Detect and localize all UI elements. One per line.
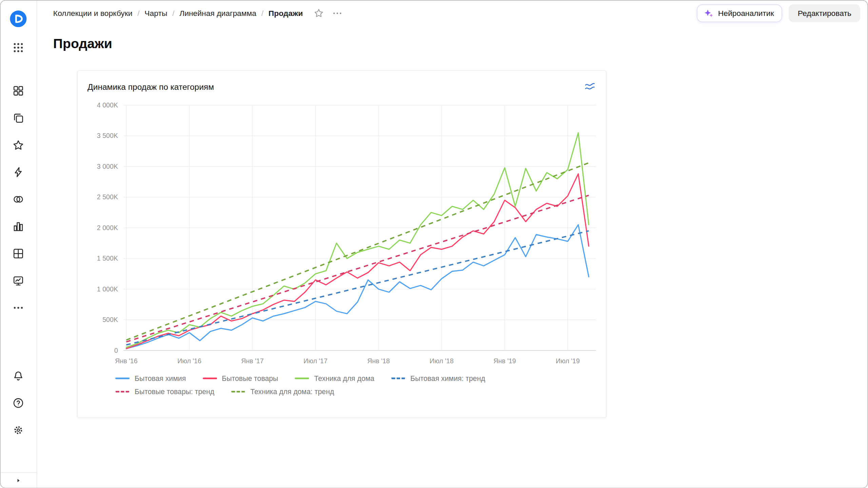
datalens-logo[interactable]	[6, 7, 31, 31]
neuro-analyst-label: Нейроаналитик	[718, 8, 774, 17]
x-axis-label: Янв '17	[241, 357, 263, 365]
breadcrumb-collections[interactable]: Коллекции и воркбуки	[53, 8, 133, 17]
entry-menu-button[interactable]	[332, 7, 343, 19]
legend-item[interactable]: Бытовые товары: тренд	[115, 388, 214, 396]
legend-item[interactable]: Бытовая химия: тренд	[391, 374, 485, 383]
sidebar	[0, 0, 37, 488]
charts-bars-icon	[12, 220, 24, 232]
services-grid-button[interactable]	[6, 36, 31, 60]
settings-gear-icon	[12, 424, 24, 436]
area-chart-icon	[584, 80, 596, 93]
more-dots-icon	[12, 302, 24, 314]
chart-legend: Бытовая химияБытовые товарыТехника для д…	[115, 374, 586, 396]
favorite-toggle-button[interactable]	[313, 8, 324, 18]
sidebar-item-help[interactable]	[6, 391, 31, 415]
help-question-icon	[12, 397, 24, 409]
breadcrumb-separator: /	[137, 8, 139, 17]
tiles-icon	[12, 85, 24, 97]
legend-label: Техника для дома	[314, 374, 375, 383]
y-axis-label: 2 500K	[97, 193, 118, 201]
gallery-monitor-icon	[12, 274, 24, 287]
x-axis-label: Июл '18	[430, 357, 454, 365]
legend-swatch	[231, 391, 245, 392]
datalens-app: Коллекции и воркбуки / Чарты / Линейная …	[0, 0, 868, 488]
legend-item[interactable]: Бытовая химия	[115, 374, 186, 383]
legend-label: Бытовые товары	[222, 374, 278, 383]
x-axis-label: Июл '19	[556, 357, 580, 365]
sparkle-icon	[703, 7, 714, 19]
y-axis-label: 500K	[102, 316, 118, 323]
sidebar-item-settings[interactable]	[6, 418, 31, 442]
y-axis-label: 2 000K	[97, 224, 118, 231]
y-axis-label: 3 500K	[97, 132, 118, 139]
edit-button[interactable]: Редактировать	[789, 4, 860, 22]
y-axis-label: 4 000K	[97, 101, 118, 109]
legend-item[interactable]: Бытовые товары	[202, 374, 278, 383]
x-axis-label: Янв '19	[493, 357, 516, 365]
datalens-logo-icon	[9, 10, 27, 27]
workbooks-icon	[12, 112, 24, 124]
services-grid-icon	[12, 42, 24, 54]
sidebar-item-more[interactable]	[6, 296, 31, 320]
y-axis-label: 0	[114, 347, 118, 354]
ellipsis-icon	[332, 7, 343, 19]
sales-line-chart[interactable]: 0500K1 000K1 500K2 000K2 500K3 000K3 500…	[87, 96, 597, 369]
sidebar-item-gallery[interactable]	[6, 268, 31, 293]
x-axis-label: Янв '18	[367, 357, 390, 365]
sidebar-item-tiles[interactable]	[6, 79, 31, 103]
connections-bolt-icon	[12, 166, 24, 178]
collapse-arrow-icon	[14, 477, 22, 485]
sidebar-item-charts[interactable]	[6, 214, 31, 239]
series-line	[126, 133, 589, 347]
breadcrumb: Коллекции и воркбуки / Чарты / Линейная …	[53, 7, 343, 19]
breadcrumb-separator: /	[261, 8, 263, 17]
sidebar-item-connections[interactable]	[6, 160, 31, 184]
datasets-circles-icon	[12, 193, 24, 205]
breadcrumb-line-chart[interactable]: Линейная диаграмма	[179, 8, 256, 17]
breadcrumb-charts[interactable]: Чарты	[144, 8, 167, 17]
sidebar-collapse-button[interactable]	[0, 472, 37, 488]
sidebar-item-workbooks[interactable]	[6, 106, 31, 130]
y-axis-label: 3 000K	[97, 163, 118, 170]
notifications-bell-icon	[12, 370, 24, 382]
sidebar-item-notifications[interactable]	[6, 364, 31, 388]
legend-label: Бытовая химия: тренд	[410, 374, 485, 383]
breadcrumb-separator: /	[172, 8, 174, 17]
favorites-star-icon	[12, 139, 24, 151]
x-axis-label: Июл '17	[303, 357, 328, 365]
y-axis-label: 1 500K	[97, 255, 118, 262]
neuro-analyst-button[interactable]: Нейроаналитик	[697, 4, 782, 22]
legend-label: Бытовая химия	[135, 374, 186, 383]
breadcrumb-current: Продажи	[269, 8, 303, 17]
legend-swatch	[115, 378, 130, 379]
chart-card: Динамика продаж по категориям 0500K1 000…	[77, 70, 607, 418]
legend-swatch	[202, 378, 217, 379]
legend-swatch	[115, 391, 130, 392]
chart-title: Динамика продаж по категориям	[87, 82, 214, 91]
sidebar-item-favorites[interactable]	[6, 133, 31, 157]
series-line	[126, 174, 589, 349]
topbar-actions: Нейроаналитик Редактировать	[697, 4, 860, 22]
legend-swatch	[391, 378, 405, 379]
favorite-star-icon	[313, 8, 324, 18]
legend-swatch	[295, 378, 309, 379]
chart-card-header: Динамика продаж по категориям	[87, 79, 596, 94]
topbar: Коллекции и воркбуки / Чарты / Линейная …	[37, 0, 868, 26]
series-line	[126, 225, 589, 348]
dashboards-grid-icon	[12, 247, 24, 260]
legend-label: Техника для дома: тренд	[250, 388, 334, 396]
legend-label: Бытовые товары: тренд	[135, 388, 214, 396]
main-area: Коллекции и воркбуки / Чарты / Линейная …	[37, 0, 868, 488]
sidebar-item-datasets[interactable]	[6, 187, 31, 211]
y-axis-label: 1 000K	[97, 285, 118, 293]
legend-item[interactable]: Техника для дома	[295, 374, 374, 383]
sidebar-item-dashboards[interactable]	[6, 241, 31, 266]
chart-type-indicator	[584, 80, 596, 93]
edit-button-label: Редактировать	[798, 8, 851, 17]
x-axis-label: Янв '16	[115, 357, 137, 365]
x-axis-label: Июл '16	[177, 357, 201, 365]
page-title: Продажи	[53, 35, 868, 53]
legend-item[interactable]: Техника для дома: тренд	[231, 388, 334, 396]
